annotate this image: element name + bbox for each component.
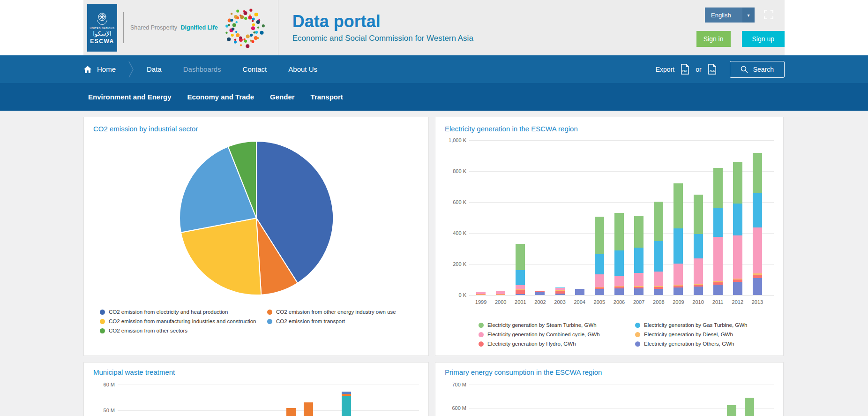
bar-segment <box>342 394 351 396</box>
bar-segment <box>673 285 683 286</box>
sign-up-button[interactable]: Sign up <box>742 31 785 47</box>
subnav-item-transport[interactable]: Transport <box>311 93 343 101</box>
x-tick-label: 2004 <box>574 299 585 305</box>
fullscreen-icon[interactable] <box>764 10 773 19</box>
card-title-co2-pie: CO2 emission by industrial sector <box>93 125 419 133</box>
nav-item-data[interactable]: Data <box>147 65 162 73</box>
legend-label: Electricity generation by Hydro, GWh <box>487 341 576 347</box>
bar-segment <box>555 294 565 295</box>
legend-label: Electricity generation by Steam Turbine,… <box>487 322 597 328</box>
legend-item: CO2 emission from manufacturing industri… <box>100 318 262 324</box>
bar-segment <box>673 228 683 264</box>
bar-segment <box>753 275 762 278</box>
legend-label: Electricity generation by Diesel, GWh <box>644 332 733 337</box>
legend-label: CO2 emission from other sectors <box>109 328 187 333</box>
bar-segment <box>634 288 644 295</box>
dashboard-content: CO2 emission by industrial sector CO2 em… <box>0 111 868 416</box>
nav-item-home-label: Home <box>97 65 116 73</box>
legend-label: Electricity generation by Combined cycle… <box>487 332 600 337</box>
search-icon <box>741 66 748 73</box>
svg-text:PDF: PDF <box>682 69 688 72</box>
bar-segment <box>614 250 624 276</box>
legend-dot-icon <box>635 323 640 328</box>
bar-segment <box>654 286 663 287</box>
x-tick-label: 2006 <box>614 299 625 305</box>
legend-label: Electricity generation by Gas Turbine, G… <box>644 322 748 328</box>
y-tick-label: 400 K <box>445 230 466 236</box>
auth-row: Sign in Sign up <box>696 31 785 47</box>
bar-segment <box>496 294 505 295</box>
bar-segment <box>342 392 351 394</box>
nav-item-home[interactable]: Home <box>83 65 116 73</box>
nav-item-dashboards[interactable]: Dashboards <box>183 65 221 73</box>
language-value: English <box>711 12 731 19</box>
nav-left: Home Data Dashboards Contact About Us <box>83 61 339 78</box>
search-button[interactable]: Search <box>730 61 785 78</box>
legend-item: CO2 emission from other energy industry … <box>267 309 419 315</box>
x-tick-label: 2007 <box>633 299 644 305</box>
bar-segment <box>634 287 644 288</box>
bar-segment <box>654 289 663 295</box>
sdg-wheel-logo <box>224 7 265 48</box>
bar-segment <box>673 286 683 288</box>
y-tick-label: 1,000 K <box>445 137 466 143</box>
bar-segment <box>654 202 663 241</box>
bar-segment <box>694 258 703 284</box>
home-icon <box>83 66 92 73</box>
bar-segment <box>733 282 742 295</box>
gridline <box>469 295 774 295</box>
header-inner: UNITED NATIONS الإسكوا ESCWA Shared Pros… <box>83 0 785 55</box>
subnav-item-economy-and-trade[interactable]: Economy and Trade <box>187 93 254 101</box>
site-header: UNITED NATIONS الإسكوا ESCWA Shared Pros… <box>0 0 868 55</box>
x-tick-label: 2005 <box>594 299 605 305</box>
legend-item: Electricity generation by Combined cycle… <box>479 332 629 337</box>
card-electricity-generation: Electricity generation in the ESCWA regi… <box>435 117 784 356</box>
bar-segment <box>516 270 525 285</box>
bar-segment <box>727 405 736 416</box>
bar-segment <box>673 287 683 295</box>
y-tick-label: 700 M <box>445 382 466 387</box>
bar-segment <box>694 287 703 295</box>
subnav-item-gender[interactable]: Gender <box>270 93 295 101</box>
bar-segment <box>595 254 604 275</box>
chevron-down-icon[interactable]: ▾ <box>742 8 755 23</box>
x-tick-label: 2010 <box>692 299 703 305</box>
bar-segment <box>713 208 723 237</box>
bar-segment <box>595 287 604 288</box>
export-pdf-icon[interactable]: PDF <box>681 64 689 75</box>
subnav-item-environment-and-energy[interactable]: Environment and Energy <box>88 93 172 101</box>
bar-segment <box>713 281 723 282</box>
card-title-waste: Municipal waste treatment <box>93 368 419 376</box>
bar-segment <box>595 287 604 289</box>
page-title: Data portal <box>292 12 473 31</box>
nav-item-about-us[interactable]: About Us <box>288 65 317 73</box>
escwa-label: ESCWA <box>90 38 114 45</box>
electricity-bar-legend: Electricity generation by Steam Turbine,… <box>479 322 774 347</box>
nav-item-contact[interactable]: Contact <box>243 65 267 73</box>
bar-segment <box>535 291 545 292</box>
bar-segment <box>694 285 703 287</box>
language-select[interactable]: English ▾ <box>705 8 755 23</box>
legend-item: Electricity generation by Others, GWh <box>635 341 774 347</box>
un-escwa-logo[interactable]: UNITED NATIONS الإسكوا ESCWA <box>87 4 117 52</box>
x-tick-label: 2001 <box>515 299 526 305</box>
legend-dot-icon <box>267 319 272 324</box>
bar-segment <box>555 290 565 291</box>
bar-segment <box>694 234 703 258</box>
x-tick-label: 2008 <box>653 299 664 305</box>
legend-item: CO2 emission from other sectors <box>100 328 262 333</box>
search-button-label: Search <box>753 66 774 73</box>
legend-dot-icon <box>267 310 272 315</box>
x-tick-label: 2002 <box>534 299 546 305</box>
bar-segment <box>713 168 723 208</box>
export-excel-icon[interactable]: XLS <box>708 64 717 75</box>
sign-in-button[interactable]: Sign in <box>696 31 731 47</box>
bar-segment <box>753 278 762 295</box>
bar-segment <box>745 398 754 416</box>
y-tick-label: 0 K <box>445 292 466 298</box>
logo-divider <box>123 12 124 43</box>
legend-item: Electricity generation by Steam Turbine,… <box>479 322 629 328</box>
legend-label: Electricity generation by Others, GWh <box>644 341 734 347</box>
waste-bar-chart: 60 M50 M <box>93 379 419 416</box>
legend-dot-icon <box>479 341 484 347</box>
